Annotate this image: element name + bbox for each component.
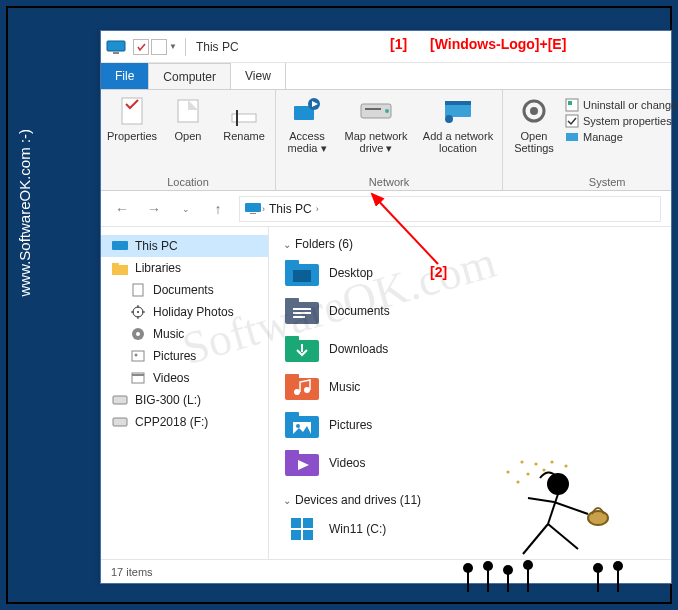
- drive-win11[interactable]: Win11 (C:): [283, 513, 463, 545]
- ribbon: Properties Open Rename Location Access m…: [101, 89, 671, 191]
- uninstall-button[interactable]: Uninstall or change a pro: [565, 98, 678, 112]
- svg-rect-25: [133, 284, 143, 296]
- properties-button[interactable]: Properties: [107, 94, 157, 142]
- drives-header-label: Devices and drives (11): [295, 493, 421, 507]
- svg-rect-59: [285, 450, 299, 456]
- pictures-icon: [129, 348, 147, 364]
- sidebar-label: CPP2018 (F:): [135, 415, 208, 429]
- sidebar-item-videos[interactable]: Videos: [101, 367, 268, 389]
- folder-label: Videos: [329, 456, 365, 470]
- access-media-label: Access media ▾: [282, 130, 332, 154]
- folder-icon: [283, 257, 321, 289]
- sidebar-item-holiday[interactable]: Holiday Photos: [101, 301, 268, 323]
- titlebar: ▼ This PC: [101, 31, 671, 63]
- svg-rect-5: [236, 110, 238, 126]
- folder-documents[interactable]: Documents: [283, 295, 463, 327]
- svg-rect-9: [365, 108, 381, 110]
- videos-icon: [129, 370, 147, 386]
- drives-group-header[interactable]: ⌄Devices and drives (11): [283, 493, 657, 507]
- properties-label: Properties: [107, 130, 157, 142]
- folder-downloads[interactable]: Downloads: [283, 333, 463, 365]
- folder-icon: [283, 295, 321, 327]
- attribution-text: www.SoftwareOK.com :-): [16, 129, 33, 297]
- sidebar-label: BIG-300 (L:): [135, 393, 201, 407]
- checkbox-icon: [565, 114, 579, 128]
- tab-view[interactable]: View: [231, 63, 286, 89]
- qat-dropdown-icon[interactable]: ▼: [169, 42, 177, 51]
- manage-icon: [565, 130, 579, 144]
- svg-rect-44: [285, 298, 299, 304]
- svg-rect-4: [232, 114, 256, 122]
- window-title: This PC: [196, 40, 239, 54]
- sidebar-label: Music: [153, 327, 184, 341]
- svg-rect-55: [285, 412, 299, 418]
- folders-group-header[interactable]: ⌄Folders (6): [283, 237, 657, 251]
- map-network-drive-button[interactable]: Map network drive ▾: [338, 94, 414, 154]
- sidebar-label: Libraries: [135, 261, 181, 275]
- sidebar-label: This PC: [135, 239, 178, 253]
- annotation-2: [2]: [430, 264, 447, 280]
- manage-button[interactable]: Manage: [565, 130, 678, 144]
- add-network-location-button[interactable]: Add a network location: [420, 94, 496, 154]
- back-button[interactable]: ←: [111, 198, 133, 220]
- quick-access-toolbar: [133, 39, 167, 55]
- folder-label: Desktop: [329, 266, 373, 280]
- breadcrumb-thispc[interactable]: This PC: [265, 202, 316, 216]
- qat-button[interactable]: [133, 39, 149, 55]
- history-dropdown[interactable]: ⌄: [175, 198, 197, 220]
- ribbon-group-location: Properties Open Rename Location: [101, 90, 276, 190]
- svg-point-33: [136, 332, 140, 336]
- chevron-right-icon[interactable]: ›: [316, 204, 319, 214]
- svg-rect-51: [285, 374, 299, 380]
- folder-icon: [283, 447, 321, 479]
- svg-rect-39: [113, 418, 127, 426]
- sidebar-label: Pictures: [153, 349, 196, 363]
- sidebar-item-music[interactable]: Music: [101, 323, 268, 345]
- rename-button[interactable]: Rename: [219, 94, 269, 142]
- folder-label: Pictures: [329, 418, 372, 432]
- access-media-button[interactable]: Access media ▾: [282, 94, 332, 154]
- open-icon: [171, 94, 205, 128]
- sysprops-label: System properties: [583, 115, 672, 127]
- svg-rect-2: [122, 98, 142, 124]
- uninstall-icon: [565, 98, 579, 112]
- uninstall-label: Uninstall or change a pro: [583, 99, 678, 111]
- drive-programme[interactable]: PROGRAMME (D: [283, 551, 463, 559]
- drive-icon: [111, 414, 129, 430]
- svg-rect-38: [113, 396, 127, 404]
- sidebar-item-thispc[interactable]: This PC: [101, 235, 268, 257]
- sidebar-item-libraries[interactable]: Libraries: [101, 257, 268, 279]
- music-icon: [129, 326, 147, 342]
- sidebar-item-big300[interactable]: BIG-300 (L:): [101, 389, 268, 411]
- svg-rect-60: [291, 518, 301, 528]
- folder-videos[interactable]: Videos: [283, 447, 463, 479]
- up-button[interactable]: ↑: [207, 198, 229, 220]
- open-settings-label: Open Settings: [509, 130, 559, 154]
- system-submenu: Uninstall or change a pro System propert…: [565, 94, 678, 154]
- annotation-1-text: [Windows-Logo]+[E]: [430, 36, 566, 52]
- sidebar-item-documents[interactable]: Documents: [101, 279, 268, 301]
- qat-button[interactable]: [151, 39, 167, 55]
- open-label: Open: [175, 130, 202, 142]
- open-settings-button[interactable]: Open Settings: [509, 94, 559, 154]
- tab-computer[interactable]: Computer: [149, 63, 231, 89]
- navigation-pane: This PC Libraries Documents Holiday Phot…: [101, 227, 269, 559]
- sidebar-item-cpp2018[interactable]: CPP2018 (F:): [101, 411, 268, 433]
- ribbon-group-network: Access media ▾ Map network drive ▾ Add a…: [276, 90, 503, 190]
- gear-icon: [517, 94, 551, 128]
- drive-icon: [111, 392, 129, 408]
- sidebar-item-pictures[interactable]: Pictures: [101, 345, 268, 367]
- folder-music[interactable]: Music: [283, 371, 463, 403]
- open-button[interactable]: Open: [163, 94, 213, 142]
- folder-pictures[interactable]: Pictures: [283, 409, 463, 441]
- svg-rect-49: [285, 336, 299, 342]
- svg-rect-17: [568, 101, 572, 105]
- properties-icon: [115, 94, 149, 128]
- address-bar[interactable]: › This PC ›: [239, 196, 661, 222]
- svg-rect-63: [303, 530, 313, 540]
- tab-file[interactable]: File: [101, 63, 149, 89]
- svg-point-27: [137, 311, 139, 313]
- forward-button[interactable]: →: [143, 198, 165, 220]
- group-label-system: System: [509, 173, 678, 188]
- system-properties-button[interactable]: System properties: [565, 114, 678, 128]
